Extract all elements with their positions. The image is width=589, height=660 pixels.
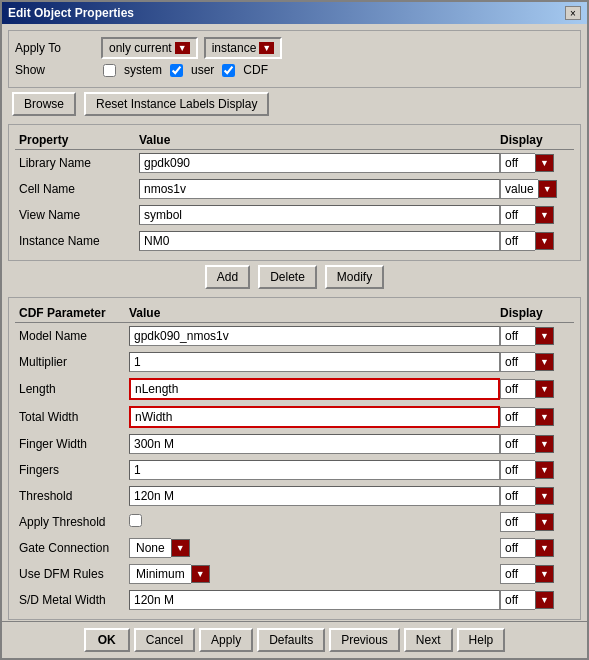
add-button[interactable]: Add (205, 265, 250, 289)
cdf-param-label: Finger Width (19, 437, 129, 451)
length-display-dropdown: off ▼ (500, 379, 570, 399)
finger-width-display-arrow[interactable]: ▼ (535, 435, 554, 453)
model-name-input[interactable] (129, 326, 500, 346)
apply-thresh-display-dropdown: off ▼ (500, 512, 570, 532)
reset-button[interactable]: Reset Instance Labels Display (84, 92, 269, 116)
apply-threshold-checkbox[interactable] (129, 514, 142, 527)
total-width-display-value: off (500, 407, 535, 427)
gate-display-arrow[interactable]: ▼ (535, 539, 554, 557)
library-display-arrow[interactable]: ▼ (535, 154, 554, 172)
cdf-param-label: Length (19, 382, 129, 396)
gate-connection-field: None ▼ (129, 538, 500, 558)
ok-button[interactable]: OK (84, 628, 130, 652)
mult-display-dropdown: off ▼ (500, 352, 570, 372)
cdf-param-label: S/D Metal Width (19, 593, 129, 607)
browse-button[interactable]: Browse (12, 92, 76, 116)
close-button[interactable]: × (565, 6, 581, 20)
apply-to-option2-label: instance (212, 41, 257, 55)
cdf-row: Fingers off ▼ (15, 457, 574, 483)
length-input[interactable] (129, 378, 500, 400)
model-display-dropdown: off ▼ (500, 326, 570, 346)
total-width-display-dropdown: off ▼ (500, 407, 570, 427)
mult-display-arrow[interactable]: ▼ (535, 353, 554, 371)
main-content: Apply To only current ▼ instance ▼ Show … (2, 24, 587, 621)
cdf-param-label: Total Width (19, 410, 129, 424)
sd-display-value: off (500, 590, 535, 610)
sd-display-arrow[interactable]: ▼ (535, 591, 554, 609)
mult-display-value: off (500, 352, 535, 372)
gate-value: None (129, 538, 171, 558)
apply-to-label: Apply To (15, 41, 95, 55)
row-label: View Name (19, 208, 139, 222)
footer: OK Cancel Apply Defaults Previous Next H… (2, 621, 587, 658)
modify-button[interactable]: Modify (325, 265, 384, 289)
dfm-rules-field: Minimum ▼ (129, 564, 500, 584)
gate-display-value: off (500, 538, 535, 558)
fingers-display-arrow[interactable]: ▼ (535, 461, 554, 479)
apply-thresh-display-value: off (500, 512, 535, 532)
sd-metal-input[interactable] (129, 590, 500, 610)
window-title: Edit Object Properties (8, 6, 134, 20)
threshold-display-value: off (500, 486, 535, 506)
finger-width-display-dropdown: off ▼ (500, 434, 570, 454)
model-display-value: off (500, 326, 535, 346)
dfm-display-value: off (500, 564, 535, 584)
cdf-param-label: Threshold (19, 489, 129, 503)
previous-button[interactable]: Previous (329, 628, 400, 652)
dfm-arrow[interactable]: ▼ (191, 565, 210, 583)
apply-to-row: Apply To only current ▼ instance ▼ (15, 37, 574, 59)
apply-to-dropdown1[interactable]: only current ▼ (101, 37, 198, 59)
instance-name-input[interactable] (139, 231, 500, 251)
dfm-display-arrow[interactable]: ▼ (535, 565, 554, 583)
table-row: View Name off ▼ (15, 202, 574, 228)
length-display-arrow[interactable]: ▼ (535, 380, 554, 398)
cancel-button[interactable]: Cancel (134, 628, 195, 652)
system-checkbox[interactable] (103, 64, 116, 77)
titlebar: Edit Object Properties × (2, 2, 587, 24)
apply-to-option1-label: only current (109, 41, 172, 55)
cell-display-arrow[interactable]: ▼ (538, 180, 557, 198)
apply-button[interactable]: Apply (199, 628, 253, 652)
cdf-checkbox[interactable] (222, 64, 235, 77)
view-name-input[interactable] (139, 205, 500, 225)
cell-name-input[interactable] (139, 179, 500, 199)
model-display-arrow[interactable]: ▼ (535, 327, 554, 345)
library-name-input[interactable] (139, 153, 500, 173)
cdf-table-header: CDF Parameter Value Display (15, 304, 574, 323)
cdf-param-header: CDF Parameter (19, 306, 129, 320)
apply-to-section: Apply To only current ▼ instance ▼ Show … (8, 30, 581, 88)
library-display-value: off (500, 153, 535, 173)
help-button[interactable]: Help (457, 628, 506, 652)
fingers-display-value: off (500, 460, 535, 480)
threshold-input[interactable] (129, 486, 500, 506)
defaults-button[interactable]: Defaults (257, 628, 325, 652)
table-row: Library Name off ▼ (15, 150, 574, 176)
property-table-header: Property Value Display (15, 131, 574, 150)
view-display-dropdown: off ▼ (500, 205, 570, 225)
user-checkbox[interactable] (170, 64, 183, 77)
view-display-value: off (500, 205, 535, 225)
instance-display-arrow[interactable]: ▼ (535, 232, 554, 250)
fingers-input[interactable] (129, 460, 500, 480)
delete-button[interactable]: Delete (258, 265, 317, 289)
row-label: Library Name (19, 156, 139, 170)
multiplier-input[interactable] (129, 352, 500, 372)
cell-display-value: value (500, 179, 538, 199)
view-display-arrow[interactable]: ▼ (535, 206, 554, 224)
finger-width-input[interactable] (129, 434, 500, 454)
total-width-display-arrow[interactable]: ▼ (535, 408, 554, 426)
dfm-value: Minimum (129, 564, 191, 584)
library-display-dropdown: off ▼ (500, 153, 570, 173)
gate-arrow[interactable]: ▼ (171, 539, 190, 557)
cdf-display-header: Display (500, 306, 570, 320)
length-display-value: off (500, 379, 535, 399)
apply-thresh-display-arrow[interactable]: ▼ (535, 513, 554, 531)
next-button[interactable]: Next (404, 628, 453, 652)
display-col-header: Display (500, 133, 570, 147)
row-label: Cell Name (19, 182, 139, 196)
apply-to-dropdown2[interactable]: instance ▼ (204, 37, 283, 59)
instance-display-dropdown: off ▼ (500, 231, 570, 251)
total-width-input[interactable] (129, 406, 500, 428)
cdf-row: Multiplier off ▼ (15, 349, 574, 375)
threshold-display-arrow[interactable]: ▼ (535, 487, 554, 505)
